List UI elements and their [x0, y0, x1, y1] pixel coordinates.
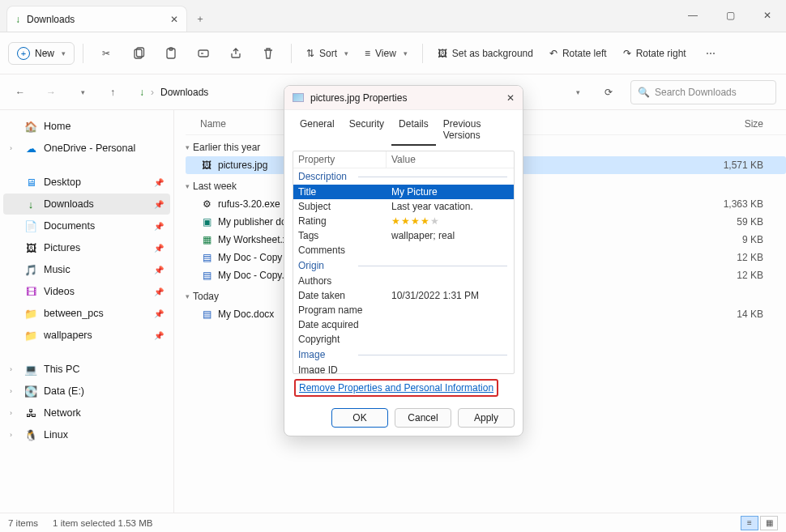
- property-row[interactable]: Tagswallpaper; real: [293, 228, 514, 243]
- group-header-label: Last week: [193, 181, 237, 192]
- cancel-button[interactable]: Cancel: [395, 408, 451, 428]
- chevron-down-icon[interactable]: ▾: [576, 88, 580, 96]
- property-row[interactable]: TitleMy Picture: [293, 185, 514, 199]
- sidebar-item-data-e[interactable]: ›💽Data (E:): [3, 381, 170, 402]
- chevron-right-icon[interactable]: ›: [10, 365, 18, 373]
- sidebar-item-wallpapers[interactable]: 📁wallpapers📌: [3, 325, 170, 346]
- sidebar-item-between-pcs[interactable]: 📁between_pcs📌: [3, 303, 170, 324]
- sidebar-item-onedrive[interactable]: ›☁OneDrive - Personal: [3, 138, 170, 159]
- file-size: 59 KB: [705, 216, 786, 228]
- sidebar-item-music[interactable]: 🎵Music📌: [3, 259, 170, 280]
- sidebar-item-pictures[interactable]: 🖼Pictures📌: [3, 237, 170, 258]
- search-input[interactable]: 🔍 Search Downloads: [630, 80, 776, 104]
- property-row[interactable]: Authors: [293, 274, 514, 288]
- forward-button[interactable]: →: [41, 82, 62, 103]
- new-button[interactable]: + New ▾: [8, 42, 75, 65]
- sidebar-item-desktop[interactable]: 🖥Desktop📌: [3, 172, 170, 193]
- sidebar-item-label: Videos: [44, 286, 75, 297]
- window-titlebar: ↓ Downloads ✕ ＋ — ▢ ✕: [0, 0, 786, 32]
- property-row[interactable]: Comments: [293, 243, 514, 257]
- chevron-right-icon[interactable]: ›: [10, 144, 18, 152]
- rename-icon[interactable]: [189, 39, 218, 68]
- breadcrumb-segment[interactable]: Downloads: [160, 87, 208, 98]
- pin-icon: 📌: [154, 287, 164, 296]
- property-value: 10/31/2022 1:31 PM: [387, 288, 514, 303]
- property-row[interactable]: Date taken10/31/2022 1:31 PM: [293, 288, 514, 303]
- property-key: Title: [293, 185, 387, 199]
- close-icon[interactable]: ✕: [170, 14, 178, 25]
- property-key: Authors: [293, 274, 387, 288]
- star-rating-icon: ★★★★★: [391, 215, 440, 227]
- sidebar-item-this-pc[interactable]: ›💻This PC: [3, 359, 170, 380]
- copy-icon[interactable]: [124, 39, 153, 68]
- image-thumb-icon: [293, 93, 304, 102]
- minimize-button[interactable]: —: [674, 0, 711, 32]
- set-background-button[interactable]: 🖼 Set as background: [431, 44, 540, 63]
- tab-previous-versions[interactable]: Previous Versions: [436, 115, 515, 146]
- divider: [291, 44, 292, 63]
- chevron-down-icon: ▾: [404, 49, 408, 57]
- ok-button[interactable]: OK: [331, 408, 388, 428]
- cut-icon[interactable]: ✂: [92, 39, 121, 68]
- explorer-tab[interactable]: ↓ Downloads ✕: [6, 6, 187, 32]
- network-icon: 🖧: [24, 406, 37, 419]
- share-icon[interactable]: [221, 39, 250, 68]
- details-view-button[interactable]: ≡: [741, 516, 758, 530]
- status-bar: 7 items 1 item selected 1.53 MB ≡ ▦: [0, 513, 786, 532]
- publisher-file-icon: ▣: [200, 215, 213, 228]
- recent-locations-button[interactable]: ▾: [71, 82, 92, 103]
- sidebar-item-videos[interactable]: 🎞Videos📌: [3, 281, 170, 302]
- dialog-titlebar[interactable]: pictures.jpg Properties ✕: [284, 86, 523, 110]
- rotate-right-button[interactable]: ↷ Rotate right: [617, 44, 693, 63]
- refresh-button[interactable]: ⟳: [596, 80, 621, 104]
- properties-header: Property Value: [293, 151, 514, 168]
- property-row[interactable]: Image ID: [293, 363, 514, 373]
- remove-properties-link[interactable]: Remove Properties and Personal Informati…: [299, 382, 493, 394]
- delete-icon[interactable]: [254, 39, 283, 68]
- sort-button[interactable]: ⇅ Sort ▾: [300, 44, 355, 63]
- close-window-button[interactable]: ✕: [749, 0, 786, 32]
- sidebar-item-network[interactable]: ›🖧Network: [3, 402, 170, 423]
- chevron-right-icon[interactable]: ›: [10, 387, 18, 395]
- tab-security[interactable]: Security: [342, 115, 391, 146]
- sidebar-item-label: between_pcs: [44, 308, 104, 319]
- property-key: Rating: [293, 214, 387, 228]
- thumbnails-view-button[interactable]: ▦: [760, 516, 778, 530]
- image-file-icon: 🖼: [200, 159, 213, 172]
- property-row[interactable]: SubjectLast year vacation.: [293, 199, 514, 214]
- properties-body[interactable]: Description TitleMy Picture SubjectLast …: [293, 168, 514, 373]
- sidebar-item-documents[interactable]: 📄Documents📌: [3, 215, 170, 236]
- view-button[interactable]: ≡ View ▾: [358, 44, 414, 63]
- paste-icon[interactable]: [156, 39, 186, 68]
- chevron-right-icon[interactable]: ›: [10, 431, 18, 439]
- search-icon: 🔍: [638, 87, 650, 98]
- excel-file-icon: ▦: [200, 233, 213, 246]
- close-icon[interactable]: ✕: [506, 92, 515, 104]
- divider: [83, 44, 83, 63]
- sidebar-item-linux[interactable]: ›🐧Linux: [3, 424, 170, 445]
- new-label: New: [35, 48, 54, 59]
- tab-general[interactable]: General: [293, 115, 342, 146]
- new-tab-button[interactable]: ＋: [187, 6, 213, 32]
- sidebar-item-downloads[interactable]: ↓Downloads📌: [3, 194, 170, 215]
- sidebar-item-home[interactable]: 🏠Home: [3, 116, 170, 137]
- back-button[interactable]: ←: [10, 82, 31, 103]
- apply-button[interactable]: Apply: [458, 408, 515, 428]
- rotate-left-button[interactable]: ↶ Rotate left: [543, 44, 613, 63]
- chevron-right-icon[interactable]: ›: [10, 409, 18, 417]
- property-value: [387, 332, 514, 347]
- up-button[interactable]: ↑: [102, 82, 123, 103]
- property-row[interactable]: Copyright: [293, 332, 514, 347]
- column-header-size[interactable]: Size: [705, 118, 786, 130]
- col-property[interactable]: Property: [293, 151, 387, 168]
- more-icon[interactable]: ⋯: [696, 39, 725, 68]
- col-value[interactable]: Value: [387, 151, 421, 168]
- tab-details[interactable]: Details: [391, 115, 436, 146]
- maximize-button[interactable]: ▢: [711, 0, 749, 32]
- linux-icon: 🐧: [24, 428, 37, 441]
- property-row[interactable]: Rating★★★★★: [293, 214, 514, 228]
- section-image: Image: [293, 347, 514, 363]
- property-row[interactable]: Date acquired: [293, 317, 514, 332]
- property-row[interactable]: Program name: [293, 303, 514, 317]
- property-value: ★★★★★: [387, 214, 514, 228]
